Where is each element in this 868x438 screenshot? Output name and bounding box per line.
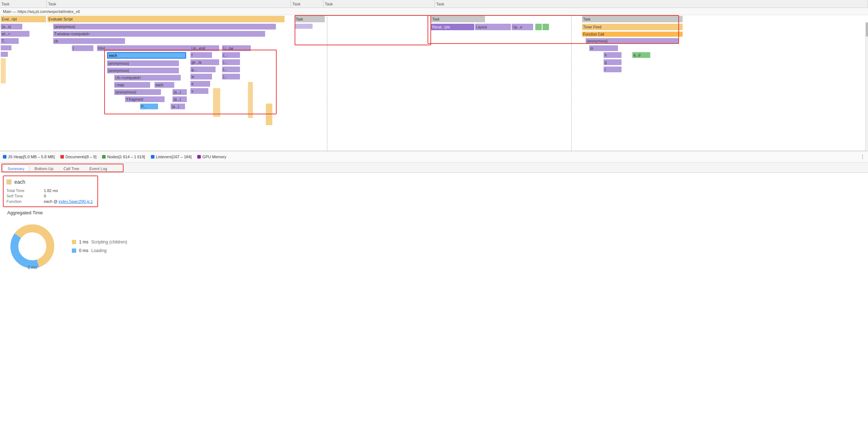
- bar-anon-s-left[interactable]: (a...s): [1, 24, 22, 29]
- flame-chart-area[interactable]: Eval...ript (a...s) wi...> T... Evaluate…: [0, 15, 868, 151]
- bar-up-e[interactable]: Up...e: [512, 24, 533, 30]
- legend-color-loading: [72, 248, 76, 253]
- bar-paren-1[interactable]: (...: [222, 52, 240, 58]
- bar-eval-script-left[interactable]: Eval...ript: [1, 16, 46, 22]
- summary-color-indicator: [6, 179, 11, 184]
- memory-listeners: Listeners[167 – 184]: [151, 155, 192, 159]
- header-cell-1: Task: [0, 0, 47, 8]
- function-link[interactable]: index.5aae1f90.js:1: [59, 199, 93, 204]
- bar-paren-3[interactable]: (...: [222, 74, 240, 79]
- dashed-line-1: [327, 15, 327, 151]
- bar-t-window-computed[interactable]: T.window.<computed>: [53, 31, 265, 37]
- bar-script-dots-right[interactable]: [213, 88, 220, 117]
- bar-f[interactable]: f: [190, 52, 212, 58]
- bar-a-paren-3[interactable]: (a...): [171, 104, 185, 109]
- bar-a-paren-2[interactable]: (a...): [172, 96, 187, 102]
- bar-ge-ta[interactable]: ge...ta: [190, 59, 219, 65]
- scrollbar-vertical[interactable]: [865, 22, 868, 151]
- bar-r[interactable]: r: [604, 67, 622, 72]
- bar-cb[interactable]: cb: [53, 38, 125, 44]
- scrollbar-thumb[interactable]: [866, 22, 868, 37]
- bar-purple-col3[interactable]: [295, 24, 313, 29]
- bar-function-call[interactable]: Function Call: [582, 32, 683, 37]
- function-label: Function: [6, 199, 42, 204]
- bar-green-2[interactable]: [542, 24, 549, 30]
- bar-g-dots[interactable]: g...: [190, 67, 216, 72]
- js-heap-check: [3, 155, 6, 159]
- bar-anonymous-1[interactable]: (anonymous): [53, 24, 276, 29]
- legend-ms-loading: 0 ms: [79, 248, 88, 253]
- bar-script-tall-2[interactable]: [248, 82, 253, 118]
- bar-task-right-1[interactable]: Task: [431, 16, 485, 22]
- bar-lin-end[interactable]: l.in...end: [190, 45, 219, 51]
- bar-ifn-computed[interactable]: i.fn.<computed>: [114, 75, 181, 81]
- bar-t-dots[interactable]: t...: [222, 67, 240, 72]
- tab-bottom-up[interactable]: Bottom-Up: [30, 165, 58, 172]
- bar-a-d[interactable]: a...d: [632, 52, 650, 58]
- bar-timer-fired[interactable]: Timer Fired: [582, 24, 683, 30]
- bar-green-1[interactable]: [535, 24, 542, 30]
- bar-script-gold-right[interactable]: [266, 104, 272, 125]
- bar-each-2[interactable]: each: [154, 82, 174, 88]
- total-time-value: 1.82 ms: [44, 188, 93, 193]
- bar-html[interactable]: html: [97, 45, 198, 51]
- bar-wi-left[interactable]: wi...>: [1, 31, 29, 37]
- legend-item-loading: 0 ms Loading: [72, 248, 127, 253]
- page-title: Main — https://wq.jd.com/wxportal/index_…: [3, 9, 80, 14]
- bar-w[interactable]: w: [190, 74, 212, 79]
- bar-layout[interactable]: Layout: [475, 24, 511, 30]
- memory-documents: Documents[8 – 9]: [60, 155, 96, 159]
- menu-icon[interactable]: ⋮: [860, 154, 865, 160]
- bar-each-selected[interactable]: each: [107, 52, 186, 59]
- bar-purple-small-2[interactable]: [1, 52, 8, 57]
- function-value: each @ index.5aae1f90.js:1: [44, 199, 93, 204]
- bar-anon-2[interactable]: (anonymous): [107, 60, 179, 66]
- bar-t-left[interactable]: T...: [1, 38, 19, 44]
- bar-purple-small-1[interactable]: [1, 45, 11, 50]
- bar-anon-4[interactable]: (anonymous): [114, 89, 161, 95]
- aggregated-title: Aggregated Time: [7, 210, 861, 215]
- bar-g[interactable]: g: [604, 59, 622, 65]
- bar-v[interactable]: v: [190, 88, 208, 94]
- bar-evaluate-script[interactable]: Evaluate Script: [47, 16, 285, 22]
- listeners-label: Listeners[167 – 184]: [156, 155, 192, 159]
- bar-yfragment[interactable]: Y.fragment: [125, 96, 165, 102]
- chart-legend: 1 ms Scripting (children) 0 ms Loading: [72, 239, 127, 253]
- bar-a-paren-1[interactable]: (a...): [172, 89, 187, 95]
- tab-call-tree[interactable]: Call Tree: [59, 165, 84, 172]
- tab-summary[interactable]: Summary: [3, 165, 29, 172]
- bar-anon-right[interactable]: (anonymous): [586, 38, 679, 44]
- donut-svg: [7, 221, 57, 272]
- total-time-label: Total Time: [6, 188, 42, 193]
- bar-anon-3[interactable]: (anonymous): [107, 68, 179, 73]
- bar-script-tall[interactable]: [1, 58, 6, 83]
- tab-bar-wrapper: Summary Bottom-Up Call Tree Event Log: [0, 163, 868, 173]
- header-cell-4: Task: [323, 0, 435, 8]
- summary-function-name: each: [14, 179, 25, 185]
- bar-m[interactable]: m: [589, 45, 618, 51]
- function-text: each @: [44, 199, 59, 204]
- bar-li-ow[interactable]: l.i...ow: [222, 45, 251, 51]
- header-label-2: Task: [48, 2, 56, 6]
- bar-imap[interactable]: i.map: [114, 82, 150, 88]
- aggregated-section: Aggregated Time 2 ms 1 ms Sc: [0, 210, 868, 277]
- bar-e[interactable]: e: [190, 81, 210, 87]
- summary-details-grid: Total Time 1.82 ms Self Time 0 Function …: [6, 188, 93, 204]
- bar-paren-2[interactable]: (...: [222, 59, 240, 65]
- bar-recal-style[interactable]: Recal...tyle: [431, 24, 474, 30]
- dashed-line-2: [571, 15, 572, 151]
- bar-t-deep[interactable]: t: [72, 45, 93, 51]
- summary-area: each Total Time 1.82 ms Self Time 0 Func…: [0, 173, 868, 210]
- bar-p-dots[interactable]: P...: [140, 104, 158, 109]
- tab-event-log[interactable]: Event Log: [85, 165, 112, 172]
- summary-title-row: each: [6, 179, 93, 185]
- donut-center-label: 2 ms: [28, 265, 37, 270]
- self-time-label: Self Time: [6, 194, 42, 198]
- header-cell-3: Task: [291, 0, 323, 8]
- gpu-label: GPU Memory: [202, 155, 226, 159]
- bar-task-3[interactable]: Task: [295, 16, 325, 22]
- bar-h[interactable]: h: [604, 52, 622, 58]
- summary-red-box: each Total Time 1.82 ms Self Time 0 Func…: [3, 175, 98, 207]
- bar-task-right-2[interactable]: Task: [582, 16, 683, 22]
- documents-check: [60, 155, 64, 159]
